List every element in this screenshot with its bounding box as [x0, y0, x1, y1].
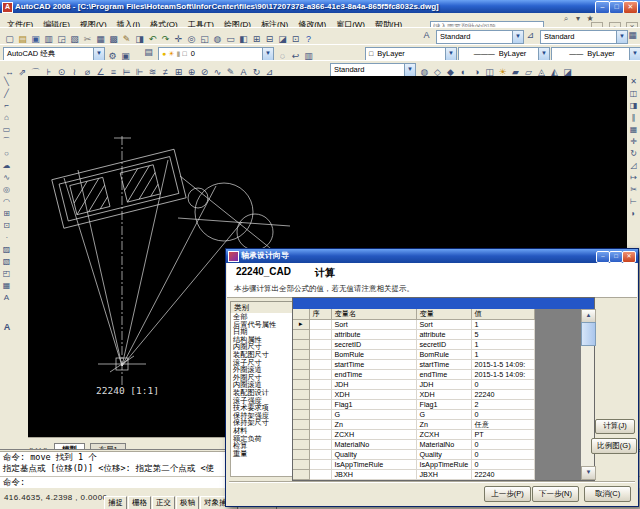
table-row[interactable]: XDHXDH22240: [293, 390, 534, 400]
cell-variable[interactable]: ZCXH: [416, 430, 471, 440]
search-dropdown-icon[interactable]: ▾: [572, 14, 584, 23]
cell-variable[interactable]: Zn: [416, 420, 471, 430]
copy-object-icon[interactable]: ◫: [627, 88, 640, 100]
erase-icon[interactable]: ✕: [627, 76, 640, 88]
cell-variable[interactable]: XDH: [416, 390, 471, 400]
text-toolbar-icon[interactable]: A: [1, 322, 13, 332]
cell-value[interactable]: 22240: [471, 470, 534, 480]
row-selector[interactable]: [293, 440, 309, 450]
fillet-icon[interactable]: ◗: [627, 208, 640, 220]
make-block-icon[interactable]: ⊡: [0, 220, 13, 232]
chevron-down-icon[interactable]: ▼: [93, 48, 104, 60]
search-icon[interactable]: ⌕: [560, 14, 572, 24]
table-row[interactable]: GG0: [293, 410, 534, 420]
cell-variable-name[interactable]: JDH: [331, 380, 416, 390]
cell-variable[interactable]: MaterialNo: [416, 440, 471, 450]
dialog-title-bar[interactable]: 轴承设计向导 – □ ✕: [226, 249, 638, 263]
row-selector[interactable]: [293, 380, 309, 390]
insert-block-icon[interactable]: ⊞: [0, 208, 13, 220]
line-icon[interactable]: ╲: [0, 76, 13, 88]
previous-step-button[interactable]: 上一步(P): [484, 486, 531, 502]
header-variable-name[interactable]: 变量名: [331, 309, 416, 320]
arc-icon[interactable]: ⌒: [0, 136, 13, 148]
cell-variable[interactable]: IsAppTimeRule: [416, 460, 471, 470]
cell-seq[interactable]: [309, 360, 331, 370]
cell-variable-name[interactable]: IsAppTimeRule: [331, 460, 416, 470]
row-selector[interactable]: [293, 400, 309, 410]
cell-variable-name[interactable]: G: [331, 410, 416, 420]
revision-cloud-icon[interactable]: ☁: [0, 160, 13, 172]
polygon-icon[interactable]: ⌂: [0, 112, 13, 124]
cell-variable-name[interactable]: endTime: [331, 370, 416, 380]
row-selector[interactable]: [293, 410, 309, 420]
table-row[interactable]: ZnZn任意: [293, 420, 534, 430]
table-row[interactable]: secretIDsecretID1: [293, 340, 534, 350]
cell-seq[interactable]: [309, 440, 331, 450]
status-toggle-3[interactable]: 极轴: [176, 496, 199, 509]
row-selector[interactable]: [293, 350, 309, 360]
cell-seq[interactable]: [309, 410, 331, 420]
cell-seq[interactable]: [309, 350, 331, 360]
table-row[interactable]: attributeattribute5: [293, 330, 534, 340]
table-row[interactable]: endTimeendTime2015-1-5 14:09:: [293, 370, 534, 380]
cell-seq[interactable]: [309, 450, 331, 460]
cell-value[interactable]: 0: [471, 380, 534, 390]
chevron-down-icon[interactable]: ▼: [538, 48, 549, 60]
mtext-icon[interactable]: A: [0, 292, 13, 304]
table-style-icon[interactable]: ▦: [626, 29, 639, 42]
dialog-minimize-button[interactable]: –: [596, 251, 610, 263]
cell-value[interactable]: 2015-1-5 14:09:: [471, 370, 534, 380]
status-toggle-2[interactable]: 正交: [152, 496, 175, 509]
row-selector[interactable]: [293, 430, 309, 440]
text-style-combo[interactable]: Standard ▼: [436, 30, 524, 44]
cell-variable-name[interactable]: Quality: [331, 450, 416, 460]
stretch-icon[interactable]: ↦: [627, 172, 640, 184]
cell-seq[interactable]: [309, 320, 331, 330]
row-selector[interactable]: [293, 330, 309, 340]
row-selector[interactable]: [293, 420, 309, 430]
hatch-icon[interactable]: ▨: [0, 244, 13, 256]
cell-variable[interactable]: secretID: [416, 340, 471, 350]
scroll-up-icon[interactable]: ▲: [581, 309, 596, 323]
chevron-down-icon[interactable]: ▼: [629, 48, 640, 60]
cell-value[interactable]: 0: [471, 410, 534, 420]
ellipse-arc-icon[interactable]: ◠: [0, 196, 13, 208]
chevron-down-icon[interactable]: ▼: [512, 31, 523, 43]
dim-style-combo[interactable]: Standard ▼: [540, 30, 628, 44]
cell-variable-name[interactable]: Zn: [331, 420, 416, 430]
chevron-down-icon[interactable]: ▼: [262, 48, 273, 60]
cell-variable-name[interactable]: ZCXH: [331, 430, 416, 440]
move-icon[interactable]: ✛: [627, 136, 640, 148]
cell-value[interactable]: 任意: [471, 420, 534, 430]
cell-variable[interactable]: BomRule: [416, 350, 471, 360]
status-toggle-1[interactable]: 栅格: [128, 496, 151, 509]
cell-variable-name[interactable]: Sort: [331, 320, 416, 330]
category-item-18[interactable]: 重量: [231, 450, 293, 458]
layer-properties-icon[interactable]: ▤: [142, 46, 155, 59]
cell-value[interactable]: 1: [471, 320, 534, 330]
row-selector[interactable]: [293, 390, 309, 400]
header-value[interactable]: 值: [471, 309, 534, 320]
cell-value[interactable]: 2015-1-5 14:09:: [471, 360, 534, 370]
color-combo[interactable]: □ ByLayer ▼: [365, 47, 457, 61]
point-icon[interactable]: ∙: [0, 232, 13, 244]
table-scrollbar[interactable]: ▲ ▼: [581, 309, 594, 480]
rotate-icon[interactable]: ↻: [627, 148, 640, 160]
cell-variable[interactable]: attribute: [416, 330, 471, 340]
table-row[interactable]: ►SortSort1: [293, 320, 534, 330]
ellipse-icon[interactable]: ◎: [0, 184, 13, 196]
cell-variable[interactable]: JDH: [416, 380, 471, 390]
cell-variable[interactable]: startTime: [416, 360, 471, 370]
header-variable[interactable]: 变量: [416, 309, 471, 320]
table-row[interactable]: startTimestartTime2015-1-5 14:09:: [293, 360, 534, 370]
cell-seq[interactable]: [309, 330, 331, 340]
row-selector[interactable]: [293, 460, 309, 470]
table-row[interactable]: Flag1Flag12: [293, 400, 534, 410]
table-icon[interactable]: ▦: [0, 280, 13, 292]
lineweight-combo[interactable]: —— ByLayer ▼: [551, 47, 640, 61]
dialog-close-button[interactable]: ✕: [622, 251, 636, 263]
mirror-icon[interactable]: ◨: [627, 100, 640, 112]
cell-seq[interactable]: [309, 460, 331, 470]
cell-variable-name[interactable]: JBXH: [331, 470, 416, 480]
scale-icon[interactable]: ◿: [627, 160, 640, 172]
